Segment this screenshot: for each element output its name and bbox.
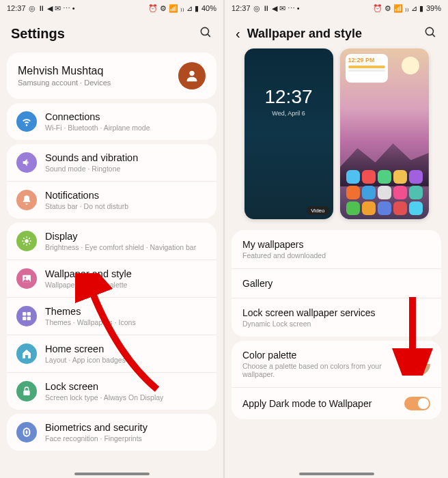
battery-pct: 40% [201, 4, 216, 12]
row-sub: Layout · App icon badges [45, 356, 126, 364]
avatar[interactable] [178, 62, 206, 89]
weather-icon [402, 57, 419, 74]
settings-row-wifi[interactable]: ConnectionsWi-Fi · Bluetooth · Airplane … [7, 103, 216, 140]
account-card[interactable]: Mehvish Mushtaq Samsung account · Device… [7, 53, 216, 99]
option-title: Apply Dark mode to Wallpaper [242, 398, 372, 409]
settings-group: ConnectionsWi-Fi · Bluetooth · Airplane … [7, 103, 216, 140]
row-sub: Sound mode · Ringtone [45, 165, 138, 173]
row-title: Connections [45, 111, 150, 122]
homescreen-preview[interactable]: 12:29 PM [340, 48, 429, 219]
svg-rect-9 [27, 317, 31, 320]
sound-icon [16, 152, 37, 173]
row-title: Themes [45, 306, 136, 317]
status-icons-right: ⏰ ⚙ 📶 ₎₎ ⊿ ▮ [373, 4, 423, 13]
settings-row-finger[interactable]: Biometrics and securityFace recognition … [7, 414, 216, 451]
image-icon [16, 268, 37, 289]
bell-icon [16, 190, 37, 210]
settings-row-lock[interactable]: Lock screenScreen lock type · Always On … [7, 372, 216, 410]
wallpaper-style-screen: 12:37 ◎ ⏸ ◀ ✉ ⋯ • ⏰ ⚙ 📶 ₎₎ ⊿ ▮ 39% ‹ Wal… [225, 0, 448, 478]
row-title: Biometrics and security [45, 422, 148, 433]
svg-line-12 [432, 34, 435, 37]
search-icon[interactable] [424, 26, 437, 42]
option-title: Lock screen wallpaper services [242, 307, 430, 318]
row-title: Notifications [45, 190, 128, 201]
wifi-icon [16, 111, 37, 132]
color-palette-row[interactable]: Color palette Choose a palette based on … [232, 341, 441, 387]
search-icon[interactable] [199, 26, 212, 42]
settings-row-sound[interactable]: Sounds and vibrationSound mode · Rington… [7, 144, 216, 181]
home-icon [16, 343, 37, 364]
row-title: Display [45, 231, 196, 242]
row-title: Sounds and vibration [45, 152, 138, 163]
row-title: Lock screen [45, 381, 163, 392]
row-title: Wallpaper and style [45, 268, 132, 279]
svg-point-11 [425, 27, 433, 35]
svg-rect-6 [23, 312, 26, 315]
svg-point-2 [189, 71, 194, 76]
option-title: Gallery [242, 278, 430, 289]
svg-point-0 [201, 27, 208, 35]
sun-icon [16, 231, 37, 251]
settings-row-sun[interactable]: DisplayBrightness · Eye comfort shield ·… [7, 223, 216, 259]
option-sub: Dynamic Lock screen [242, 320, 430, 328]
wallpaper-option[interactable]: Gallery [232, 268, 441, 298]
app-icons [343, 170, 426, 215]
settings-row-theme[interactable]: ThemesThemes · Wallpapers · Icons [7, 297, 216, 335]
dark-mode-row[interactable]: Apply Dark mode to Wallpaper [232, 387, 441, 419]
svg-point-3 [25, 239, 28, 242]
theme-icon [16, 306, 37, 326]
status-icons-left: ◎ ⏸ ◀ ✉ ⋯ • [253, 4, 300, 13]
status-icons-right: ⏰ ⚙ 📶 ₎₎ ⊿ ▮ [148, 4, 199, 13]
dark-mode-toggle[interactable] [404, 397, 430, 410]
lock-date: Wed, April 6 [272, 110, 305, 117]
wallpaper-option[interactable]: Lock screen wallpaper servicesDynamic Lo… [232, 298, 441, 337]
svg-rect-7 [27, 312, 31, 315]
option-sub: Choose a palette based on colors from yo… [242, 362, 407, 378]
back-icon[interactable]: ‹ [236, 26, 240, 42]
option-title: Color palette [242, 350, 407, 361]
battery-pct: 39% [426, 4, 441, 12]
status-time: 12:37 [232, 4, 251, 12]
settings-screen: 12:37 ◎ ⏸ ◀ ✉ ⋯ • ⏰ ⚙ 📶 ₎₎ ⊿ ▮ 40% Setti… [0, 0, 223, 478]
finger-icon [16, 422, 37, 442]
lock-icon [16, 381, 37, 402]
color-palette-card: Color palette Choose a palette based on … [232, 341, 441, 419]
settings-group: DisplayBrightness · Eye comfort shield ·… [7, 223, 216, 410]
nav-indicator [74, 473, 150, 475]
status-time: 12:37 [7, 4, 26, 12]
row-sub: Brightness · Eye comfort shield · Naviga… [45, 243, 196, 251]
settings-group: Sounds and vibrationSound mode · Rington… [7, 144, 216, 219]
lock-time: 12:37 [264, 86, 312, 108]
nav-indicator [299, 473, 374, 475]
palette-preview-icon [407, 352, 430, 376]
account-name: Mehvish Mushtaq [18, 65, 111, 77]
settings-group: Biometrics and securityFace recognition … [7, 414, 216, 451]
option-sub: Featured and downloaded [242, 251, 430, 259]
row-sub: Wi-Fi · Bluetooth · Airplane mode [45, 124, 150, 132]
lockscreen-preview[interactable]: 12:37 Wed, April 6 Video [244, 48, 333, 219]
clock-widget: 12:29 PM [346, 54, 388, 83]
page-title: Settings [11, 26, 65, 42]
svg-point-5 [25, 277, 27, 279]
svg-line-1 [208, 34, 210, 37]
settings-row-image[interactable]: Wallpaper and styleWallpapers · Color pa… [7, 259, 216, 297]
status-bar: 12:37 ◎ ⏸ ◀ ✉ ⋯ • ⏰ ⚙ 📶 ₎₎ ⊿ ▮ 40% [0, 0, 223, 16]
status-icons-left: ◎ ⏸ ◀ ✉ ⋯ • [29, 4, 75, 13]
wallpaper-options-card: My wallpapersFeatured and downloadedGall… [232, 230, 441, 337]
svg-rect-10 [23, 391, 29, 395]
status-bar: 12:37 ◎ ⏸ ◀ ✉ ⋯ • ⏰ ⚙ 📶 ₎₎ ⊿ ▮ 39% [225, 0, 448, 16]
row-sub: Face recognition · Fingerprints [45, 434, 148, 442]
row-sub: Themes · Wallpapers · Icons [45, 318, 136, 326]
row-sub: Status bar · Do not disturb [45, 202, 128, 210]
settings-row-home[interactable]: Home screenLayout · App icon badges [7, 335, 216, 372]
video-badge: Video [307, 206, 328, 215]
row-sub: Screen lock type · Always On Display [45, 393, 163, 402]
page-title: Wallpaper and style [247, 27, 362, 41]
option-title: My wallpapers [242, 239, 430, 250]
row-sub: Wallpapers · Color palette [45, 281, 132, 289]
settings-row-bell[interactable]: NotificationsStatus bar · Do not disturb [7, 181, 216, 219]
svg-rect-8 [23, 317, 26, 320]
wallpaper-option[interactable]: My wallpapersFeatured and downloaded [232, 230, 441, 268]
account-sub: Samsung account · Devices [18, 79, 111, 87]
row-title: Home screen [45, 343, 126, 354]
